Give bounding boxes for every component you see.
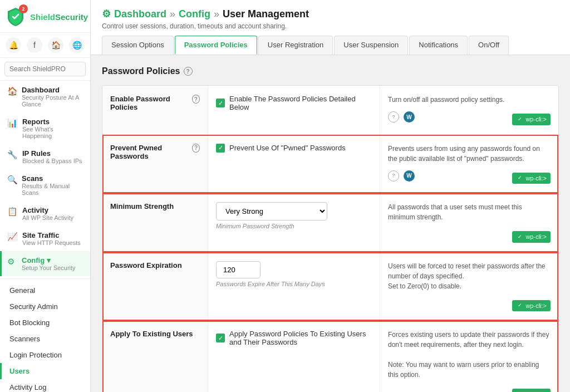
prevent-pwned-help-icon[interactable]: ? [192,144,200,153]
submenu-item-users[interactable]: Users [0,363,90,379]
setting-row-password-expiration: Password Expiration Passwords Expire Aft… [102,252,558,321]
page-subtitle: Control user sessions, duration, timeout… [102,22,559,30]
wp-cli-check-icon-4: ✓ [516,302,523,309]
setting-row-apply-existing-users: Apply To Existing Users ✓ Apply Password… [102,321,558,392]
activity-icon: 📋 [7,207,18,217]
sidebar-nav: 🏠 Dashboard Security Posture At A Glance… [0,81,90,392]
submenu-item-scanners[interactable]: Scanners [0,331,90,347]
password-expiration-hint: Passwords Expire After This Many Days [216,281,372,287]
facebook-icon[interactable]: f [27,37,42,53]
sidebar-item-config[interactable]: ⚙ Config ▾ Setup Your Security [0,251,90,276]
dashboard-icon: 🏠 [7,86,17,96]
submenu-item-login-protection[interactable]: Login Protection [0,347,90,363]
globe-icon[interactable]: 🌐 [69,37,85,53]
tab-bar: Session Options Password Policies User R… [102,36,559,55]
sidebar-item-ip-rules-label: IP Rules [22,149,82,158]
password-expiration-wp-cli-badge: ✓ wp-cli:> [512,300,551,312]
setting-control-apply-existing-users: ✓ Apply Password Policies To Existing Us… [208,321,380,392]
setting-control-enable-password-policies: ✓ Enable The Password Policies Detailed … [208,86,380,134]
prevent-pwned-help-circle-icon[interactable]: ? [388,170,399,182]
setting-control-prevent-pwned-passwords: ✓ Prevent Use Of "Pwned" Passwords [208,135,380,193]
enable-policies-checkbox-row: ✓ Enable The Password Policies Detailed … [216,95,372,111]
notifications-icon[interactable]: 🔔 [6,37,21,53]
sidebar-item-reports[interactable]: 📊 Reports See What's Happening [0,112,90,144]
sidebar-item-site-traffic-sub: View HTTP Requests [22,239,81,246]
tab-session-options[interactable]: Session Options [102,36,174,55]
apply-existing-wp-cli-badge: ✓ wp-cli:> [512,389,551,392]
sidebar-item-ip-rules[interactable]: 🔧 IP Rules Blocked & Bypass IPs [0,144,90,169]
tab-password-policies[interactable]: Password Policies [175,36,257,55]
sidebar-item-scans[interactable]: 🔍 Scans Results & Manual Scans [0,169,90,201]
setting-row-minimum-strength: Minimum Strength Very Weak Weak Medium S… [102,193,558,252]
sidebar-item-scans-sub: Results & Manual Scans [22,183,85,196]
config-icon: ⚙ [7,257,17,267]
sidebar-item-activity-label: Activity [22,206,73,214]
setting-row-prevent-pwned-passwords: Prevent Pwned Passwords ? ✓ Prevent Use … [102,135,558,194]
breadcrumb-config[interactable]: Config [179,8,210,20]
setting-control-minimum-strength: Very Weak Weak Medium Strong Very Strong… [208,193,380,252]
enable-policies-help-circle-icon[interactable]: ? [388,111,399,122]
setting-desc-prevent-pwned-passwords: Prevents users from using any passwords … [380,135,558,193]
submenu-item-security-admin[interactable]: Security Admin [0,298,90,315]
sidebar-item-activity[interactable]: 📋 Activity All WP Site Activity [0,201,90,226]
sidebar-item-scans-label: Scans [22,174,85,183]
apply-existing-checkbox[interactable]: ✓ [216,334,225,342]
setting-desc-minimum-strength: All passwords that a user sets must meet… [380,193,558,252]
prevent-pwned-checkbox[interactable]: ✓ [216,144,225,153]
tab-notifications[interactable]: Notifications [409,36,468,55]
submenu-item-bot-blocking[interactable]: Bot Blocking [0,315,90,331]
tab-on-off[interactable]: On/Off [469,36,509,55]
enable-policies-help-icon[interactable]: ? [192,95,200,104]
wp-cli-check-icon-3: ✓ [516,233,523,241]
enable-policies-checkbox[interactable]: ✓ [216,99,225,107]
sidebar-item-site-traffic-label: Site Traffic [22,231,81,239]
sidebar-logo: 2 ShieldSecurity [0,0,90,33]
prevent-pwned-wp-cli-badge: ✓ wp-cli:> [512,173,551,184]
breadcrumb-icon: ⚙ [102,8,111,20]
enable-policies-wp-cli-badge: ✓ wp-cli:> [512,114,551,125]
ip-rules-icon: 🔧 [7,150,18,160]
scans-icon: 🔍 [7,175,17,185]
sidebar-search-container [0,58,90,81]
sidebar-item-config-sub: Setup Your Security [22,264,76,271]
setting-row-enable-password-policies: Enable Password Policies ? ✓ Enable The … [102,86,558,135]
setting-label-password-expiration: Password Expiration [102,252,208,321]
setting-label-apply-existing-users: Apply To Existing Users [102,321,208,392]
enable-policies-wp-icon[interactable]: W [404,111,415,122]
sidebar-item-site-traffic[interactable]: 📈 Site Traffic View HTTP Requests [0,226,90,251]
settings-card: Enable Password Policies ? ✓ Enable The … [102,85,559,392]
sidebar-item-reports-label: Reports [22,117,85,126]
password-expiration-input[interactable] [216,261,261,278]
prevent-pwned-wp-icon[interactable]: W [404,170,415,182]
wp-cli-check-icon: ✓ [516,116,523,123]
minimum-strength-hint: Minimum Password Strength [216,223,372,229]
submenu-item-activity-log[interactable]: Activity Log [0,379,90,392]
sidebar-divider [0,278,90,279]
main-content: ⚙ Dashboard » Config » User Management C… [91,0,570,392]
logo-text: ShieldSecurity [30,12,88,22]
section-help-icon[interactable]: ? [184,67,193,76]
breadcrumb-current: User Management [223,8,309,20]
breadcrumb-dashboard[interactable]: Dashboard [114,8,166,20]
home-icon[interactable]: 🏠 [48,37,63,53]
submenu-item-general[interactable]: General [0,282,90,298]
logo-icon: 2 [6,7,26,27]
minimum-strength-select[interactable]: Very Weak Weak Medium Strong Very Strong [216,202,327,220]
page-header: ⚙ Dashboard » Config » User Management C… [91,0,570,55]
config-submenu: General Security Admin Bot Blocking Scan… [0,281,90,392]
breadcrumb: ⚙ Dashboard » Config » User Management [102,8,559,20]
prevent-pwned-checkbox-label: Prevent Use Of "Pwned" Passwords [229,144,346,152]
setting-desc-enable-password-policies: Turn on/off all password policy settings… [380,86,558,134]
tab-user-registration[interactable]: User Registration [258,36,333,55]
setting-control-password-expiration: Passwords Expire After This Many Days [208,252,380,321]
apply-existing-checkbox-row: ✓ Apply Password Policies To Existing Us… [216,330,372,346]
content-area: Password Policies ? Enable Password Poli… [91,55,570,392]
enable-policies-checkbox-label: Enable The Password Policies Detailed Be… [229,95,372,111]
sidebar-item-dashboard[interactable]: 🏠 Dashboard Security Posture At A Glance [0,81,90,112]
tab-user-suspension[interactable]: User Suspension [334,36,408,55]
sidebar-item-ip-rules-sub: Blocked & Bypass IPs [22,158,82,164]
sidebar-item-reports-sub: See What's Happening [22,126,85,139]
notification-badge: 2 [19,4,28,13]
reports-icon: 📊 [7,118,18,128]
search-input[interactable] [4,62,86,76]
